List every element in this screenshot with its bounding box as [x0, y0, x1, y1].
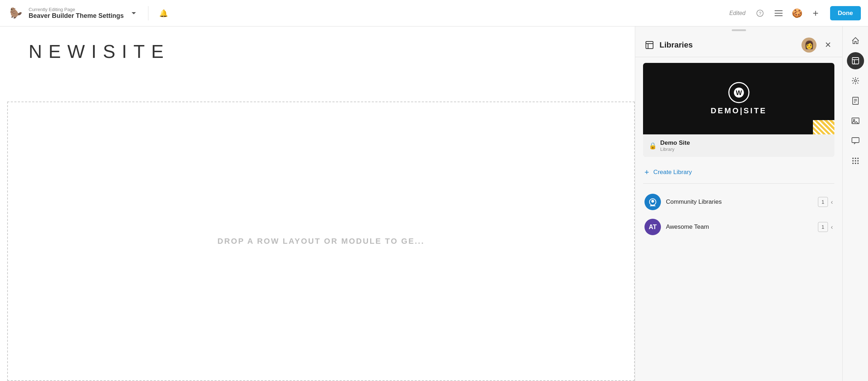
community-avatar — [644, 194, 661, 210]
library-name: Demo Site — [660, 139, 690, 147]
divider — [148, 6, 148, 20]
awesome-team-avatar: AT — [644, 219, 661, 235]
community-chevron-icon: ‹ — [831, 198, 833, 206]
app-logo: 🦫 — [7, 5, 24, 22]
canvas: NEWISITE DROP A ROW LAYOUT OR MODULE TO … — [0, 26, 635, 381]
awesome-team-chevron-icon: ‹ — [831, 223, 833, 231]
awesome-team-label: Awesome Team — [666, 223, 818, 231]
svg-point-25 — [852, 160, 854, 162]
libraries-panel-icon — [643, 39, 656, 51]
create-library-plus-icon: + — [644, 168, 649, 177]
drop-zone[interactable]: DROP A ROW LAYOUT OR MODULE TO GE... — [7, 102, 635, 381]
page-title-block: Currently Editing Page Beaver Builder Th… — [29, 7, 124, 20]
site-title: NEWISITE — [29, 41, 606, 62]
community-libraries-count: 1 — [818, 197, 828, 207]
demo-site-thumb: W DEMO|SITE — [643, 63, 834, 134]
sidebar-libraries-icon[interactable] — [847, 52, 864, 69]
panel-separator — [643, 183, 834, 184]
awesome-team-count: 1 — [818, 222, 828, 232]
demo-site-card[interactable]: W DEMO|SITE 🔒 Demo Site Library — [643, 63, 834, 157]
library-card-info: 🔒 Demo Site Library — [643, 134, 834, 157]
svg-text:W: W — [736, 89, 742, 97]
right-sidebar — [842, 26, 868, 381]
sidebar-page-icon[interactable] — [847, 92, 864, 109]
menu-lines-button[interactable] — [771, 6, 786, 20]
drop-zone-text: DROP A ROW LAYOUT OR MODULE TO GE... — [217, 237, 425, 246]
svg-point-28 — [852, 163, 854, 164]
create-library-label: Create Library — [653, 169, 692, 176]
svg-point-22 — [852, 158, 854, 159]
thumb-badge — [813, 120, 834, 134]
sidebar-comments-icon[interactable] — [847, 132, 864, 149]
awesome-team-item[interactable]: AT Awesome Team 1 ‹ — [643, 214, 834, 239]
create-library-button[interactable]: + Create Library — [643, 163, 834, 182]
awesome-team-initials: AT — [649, 223, 657, 231]
demo-site-text: DEMO|SITE — [711, 106, 767, 115]
sidebar-home-icon[interactable] — [847, 32, 864, 49]
notifications-button[interactable]: 🔔 — [157, 7, 170, 20]
svg-point-24 — [857, 158, 859, 159]
svg-point-30 — [857, 163, 859, 164]
libraries-panel: Libraries 👩 ✕ W — [635, 26, 842, 381]
lock-icon: 🔒 — [649, 142, 657, 150]
sidebar-grid-icon[interactable] — [847, 152, 864, 169]
help-button[interactable]: ? — [753, 6, 767, 20]
site-logo-area: NEWISITE — [0, 26, 635, 69]
done-button[interactable]: Done — [830, 6, 861, 20]
svg-rect-19 — [852, 118, 859, 124]
community-libraries-item[interactable]: Community Libraries 1 ‹ — [643, 189, 834, 214]
svg-point-26 — [855, 160, 856, 162]
svg-text:?: ? — [759, 11, 761, 16]
svg-point-23 — [855, 158, 856, 159]
svg-point-14 — [854, 80, 857, 82]
svg-rect-11 — [852, 58, 859, 64]
topbar: 🦫 Currently Editing Page Beaver Builder … — [0, 0, 868, 26]
wp-logo-icon: W — [728, 82, 750, 103]
title-dropdown[interactable] — [128, 8, 139, 19]
svg-point-20 — [853, 119, 855, 121]
panel-header: Libraries 👩 ✕ — [635, 31, 842, 57]
community-libraries-label: Community Libraries — [666, 198, 818, 206]
svg-rect-5 — [646, 41, 653, 49]
svg-point-27 — [857, 160, 859, 162]
svg-point-29 — [855, 163, 856, 164]
badge-stripe — [813, 120, 834, 134]
panel-title: Libraries — [659, 40, 801, 50]
library-type: Library — [660, 147, 690, 152]
editing-label: Currently Editing Page — [29, 7, 124, 12]
thumb-inner: W DEMO|SITE — [711, 82, 767, 115]
panel-body: W DEMO|SITE 🔒 Demo Site Library — [635, 57, 842, 381]
panel-close-button[interactable]: ✕ — [822, 39, 834, 51]
page-name: Beaver Builder Theme Settings — [29, 12, 124, 20]
edited-status: Edited — [729, 10, 745, 16]
svg-rect-21 — [852, 138, 859, 143]
cookie-button[interactable]: 🍪 — [790, 6, 804, 20]
main-layout: NEWISITE DROP A ROW LAYOUT OR MODULE TO … — [0, 26, 868, 381]
sidebar-media-icon[interactable] — [847, 112, 864, 129]
sidebar-integrations-icon[interactable] — [847, 72, 864, 89]
library-card-text: Demo Site Library — [660, 139, 690, 152]
user-avatar: 👩 — [801, 38, 816, 53]
add-button[interactable]: + — [809, 6, 823, 20]
